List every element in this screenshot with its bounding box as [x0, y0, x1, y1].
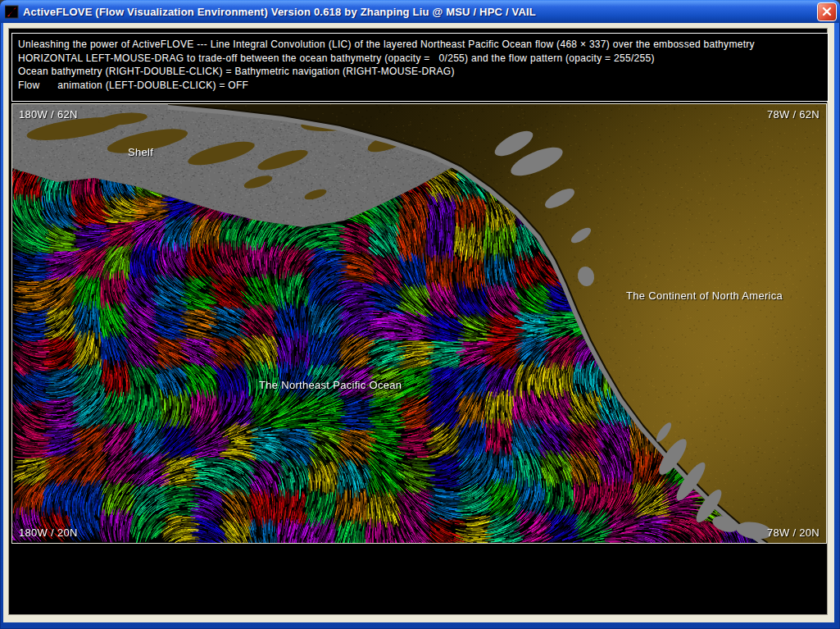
client-area: Unleashing the power of ActiveFLOVE --- … — [8, 28, 828, 615]
app-icon — [5, 5, 19, 19]
window-title: ActiveFLOVE (Flow Visualization Environm… — [23, 6, 817, 18]
lic-flow-canvas[interactable] — [12, 104, 826, 543]
info-line-flow-animation: Flow animation (LEFT-DOUBLE-CLICK) = OFF — [18, 79, 828, 93]
title-bar: ActiveFLOVE (Flow Visualization Environm… — [0, 0, 840, 23]
close-icon — [822, 7, 832, 16]
info-panel: Unleashing the power of ActiveFLOVE --- … — [11, 33, 829, 102]
info-line-bathymetry-nav: Ocean bathymetry (RIGHT-DOUBLE-CLICK) = … — [18, 65, 828, 79]
close-button[interactable] — [817, 2, 837, 21]
info-line-opacity-tradeoff: HORIZONTAL LEFT-MOUSE-DRAG to trade-off … — [18, 52, 828, 66]
app-window: ActiveFLOVE (Flow Visualization Environm… — [0, 0, 840, 629]
flow-visualization-viewport: 180W / 62N 78W / 62N 180W / 20N 78W / 20… — [11, 103, 827, 544]
info-line-description: Unleashing the power of ActiveFLOVE --- … — [18, 38, 828, 52]
window-frame-margin: Unleashing the power of ActiveFLOVE --- … — [3, 23, 834, 622]
